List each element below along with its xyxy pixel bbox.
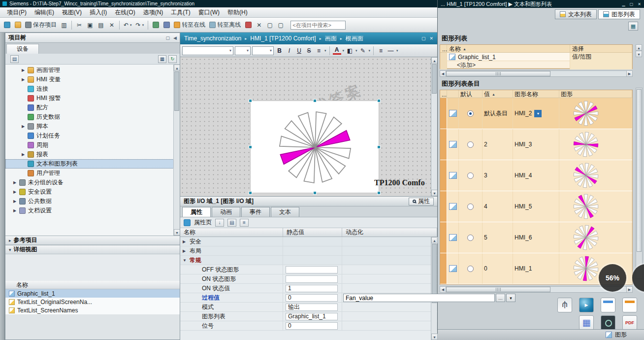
close-editor-icon[interactable]: ✕ <box>429 36 433 41</box>
scroll-left-icon[interactable]: ◀ <box>440 286 446 293</box>
static-value-field[interactable] <box>286 275 338 283</box>
static-value-field[interactable]: Graphic_list_1 <box>286 313 338 320</box>
device-config-icon[interactable] <box>161 20 171 30</box>
scroll-right-icon[interactable]: ▶ <box>626 286 633 293</box>
entry-graphic-name-cell[interactable]: HMI_4▼ <box>513 160 559 191</box>
close-icon[interactable]: ✕ <box>638 2 641 6</box>
tree-item[interactable]: ▶ 安全设置 <box>5 187 180 197</box>
property-list-icon[interactable]: ▤ <box>227 219 236 227</box>
window-layout-icon[interactable] <box>601 298 615 312</box>
graphic-list-row[interactable]: <添加> <box>440 61 632 68</box>
tree-item[interactable]: ▶ 公共数据 <box>5 197 180 206</box>
column-graphic[interactable]: 图形 <box>559 90 632 99</box>
scroll-right-icon[interactable]: ▶ <box>626 70 633 77</box>
font-style-select[interactable]: ▾ <box>252 46 274 55</box>
scroll-down-icon[interactable]: ▼ <box>431 190 437 196</box>
underline-button[interactable]: U <box>295 46 303 55</box>
window-layout-2-icon[interactable] <box>622 298 637 312</box>
scroll-down-icon[interactable]: ▼ <box>636 51 642 57</box>
font-color-button[interactable]: A <box>333 47 341 55</box>
graphic-lists-tab[interactable]: 图形列表 <box>598 9 640 19</box>
tree-item[interactable]: ▶ 脚本 <box>5 122 180 131</box>
breadcrumb-item[interactable]: Time_synchronization ▸ <box>184 35 250 42</box>
bold-button[interactable]: B <box>275 46 284 55</box>
screenshot-tool-icon[interactable] <box>601 315 615 330</box>
new-project-icon[interactable] <box>2 20 12 30</box>
tree-item[interactable]: ▶ HMI 变量 <box>5 75 180 84</box>
tree-item[interactable]: 周期 <box>5 140 180 150</box>
static-value-field[interactable]: 输出 <box>286 304 338 311</box>
expand-arrow-icon[interactable]: ▶ <box>183 239 190 244</box>
property-row[interactable]: ON 状态值 1 <box>180 284 437 293</box>
paste-icon[interactable]: ▤ <box>96 20 106 30</box>
property-filter-icon[interactable]: ≡ <box>240 219 249 227</box>
static-value-field[interactable] <box>286 266 338 273</box>
detail-view-item[interactable]: TextList_ScreenNames <box>5 306 180 314</box>
diagnostics-icon[interactable] <box>243 20 253 30</box>
column-dynamization[interactable]: 动态化 <box>342 228 437 237</box>
canvas-scrollbar[interactable]: ▲ ▼ <box>431 57 437 196</box>
menu-item[interactable]: 项目(P) <box>3 7 31 18</box>
tree-scrollbar[interactable]: ▲ ▼ <box>173 65 180 236</box>
column-name[interactable]: 名称▲ <box>447 45 570 53</box>
border-pen-button[interactable]: ✎ <box>359 46 367 55</box>
selection-handle[interactable] <box>249 99 252 102</box>
breadcrumb-item[interactable]: HMI_1 [TP1200 Comfort] ▸ <box>250 35 324 42</box>
inspector-tab[interactable]: 动画 <box>212 207 240 217</box>
entry-value-cell[interactable]: 2 <box>483 129 513 160</box>
static-value-field[interactable]: 0 <box>286 322 338 330</box>
expand-arrow-icon[interactable]: ▶ <box>13 208 19 213</box>
row-selector-strip[interactable] <box>440 222 447 253</box>
entry-graphic-name-cell[interactable]: HMI_3▼ <box>513 129 559 160</box>
graphic-io-field-object[interactable] <box>250 101 379 193</box>
copy-icon[interactable]: ▣ <box>85 20 95 30</box>
selection-handle[interactable] <box>313 99 317 102</box>
graphic-list-row[interactable]: Graphic_list_1 值/范围 <box>440 53 632 61</box>
split-editor-vertical-icon[interactable]: ▢ <box>276 20 286 30</box>
row-selector-strip[interactable] <box>440 191 447 222</box>
scroll-up-icon[interactable]: ▲ <box>431 57 437 64</box>
sort-descending-icon[interactable]: ↓ <box>215 219 224 227</box>
entry-graphic-name-cell[interactable]: HMI_5▼ <box>513 191 559 222</box>
text-lists-tab[interactable]: 文本列表 <box>555 9 597 19</box>
expand-arrow-icon[interactable]: ▼ <box>183 258 190 263</box>
details-view-bar[interactable]: ▾ 详细视图 <box>5 245 180 254</box>
entry-graphic-name-cell[interactable]: HMI_1▼ <box>513 253 559 284</box>
column-name[interactable]: 名称 <box>180 228 283 237</box>
menu-item[interactable]: 视图(V) <box>58 7 86 18</box>
collapse-panel-icon[interactable]: ◀ <box>173 35 177 40</box>
selection-handle[interactable] <box>377 191 381 195</box>
menu-item[interactable]: 插入(I) <box>86 7 111 18</box>
row-selector-strip[interactable] <box>440 98 447 129</box>
dynamization-cell[interactable] <box>342 246 437 255</box>
property-row[interactable]: 模式 输出 <box>180 303 437 312</box>
selection-handle[interactable] <box>377 99 381 102</box>
static-value-field[interactable]: 0 <box>286 294 338 302</box>
save-project-button[interactable]: 保存项目 <box>24 20 58 30</box>
scroll-left-icon[interactable]: ◀ <box>440 70 446 77</box>
detail-view-item[interactable]: TextList_OriginalScreenNa... <box>5 298 180 306</box>
tree-item[interactable]: 计划任务 <box>5 131 180 140</box>
column-static-value[interactable]: 静态值 <box>283 228 342 237</box>
dynamization-cell[interactable] <box>342 321 437 330</box>
italic-button[interactable]: I <box>285 46 293 55</box>
menu-item[interactable]: 选项(N) <box>139 7 167 18</box>
inspector-tab[interactable]: 属性 <box>182 207 211 217</box>
go-offline-button[interactable]: 转至离线 <box>208 20 242 30</box>
dynamization-cell[interactable] <box>342 256 437 265</box>
default-entry-radio[interactable] <box>467 172 474 179</box>
scroll-down-icon[interactable]: ▼ <box>174 229 180 236</box>
strikethrough-button[interactable]: S <box>305 46 313 55</box>
tree-item[interactable]: ▶ 报表 <box>5 150 180 159</box>
background-fill-button[interactable]: ◧ <box>346 46 354 55</box>
scroll-thumb[interactable] <box>446 71 550 76</box>
screen-canvas[interactable]: 找答案 support.industry.siemens.com TP1200 … <box>180 57 437 196</box>
start-runtime-icon[interactable]: ▶ <box>579 298 594 312</box>
graphic-list-entry-row[interactable]: 4 HMI_5▼ <box>440 191 632 222</box>
entry-value-cell[interactable]: 0 <box>483 253 513 284</box>
overlay-button[interactable] <box>632 264 644 292</box>
font-family-select[interactable]: ▾ <box>182 46 233 55</box>
dynamization-cell[interactable] <box>342 312 437 321</box>
default-entry-radio[interactable] <box>467 235 474 241</box>
graphic-lists-scrollbar[interactable]: ▲ ▼ <box>636 44 643 57</box>
